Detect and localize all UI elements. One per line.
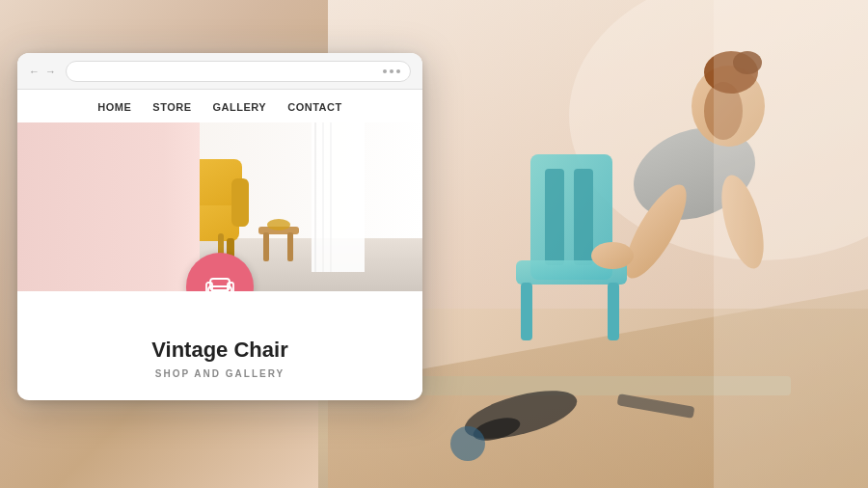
svg-rect-15: [521, 283, 532, 340]
nav-store[interactable]: STORE: [152, 101, 191, 113]
address-bar[interactable]: [66, 61, 411, 82]
svg-rect-46: [263, 232, 269, 261]
svg-rect-24: [17, 122, 176, 258]
nav-contact[interactable]: CONTACT: [287, 101, 341, 113]
svg-rect-16: [608, 283, 619, 340]
forward-button[interactable]: →: [45, 66, 56, 77]
address-bar-dots: [383, 69, 400, 73]
svg-point-48: [267, 219, 290, 230]
svg-rect-13: [574, 169, 593, 265]
shop-title: Vintage Chair: [37, 338, 403, 363]
svg-rect-36: [85, 227, 91, 256]
back-button[interactable]: ←: [29, 66, 40, 77]
svg-rect-43: [170, 233, 176, 260]
browser-navigation: ← →: [29, 66, 56, 77]
browser-chrome: ← →: [17, 53, 422, 90]
website-content: Vintage Chair SHOP AND GALLERY: [17, 291, 422, 398]
svg-rect-27: [312, 122, 365, 272]
svg-rect-33: [51, 231, 58, 258]
hero-image: [17, 122, 422, 291]
svg-rect-35: [54, 227, 60, 256]
svg-rect-41: [162, 238, 170, 262]
svg-rect-23: [714, 0, 868, 488]
svg-rect-40: [231, 178, 249, 227]
nav-home[interactable]: HOME: [97, 101, 131, 113]
svg-rect-38: [154, 159, 242, 205]
svg-point-22: [450, 426, 485, 461]
browser-window: ← → HOME STORE GALLERY CONTACT: [17, 53, 422, 400]
svg-rect-28: [314, 122, 316, 272]
shop-subtitle: SHOP AND GALLERY: [37, 368, 403, 379]
svg-rect-29: [322, 122, 324, 272]
svg-rect-39: [148, 178, 165, 227]
svg-rect-30: [330, 122, 332, 272]
svg-rect-34: [88, 231, 95, 258]
dot-1: [383, 69, 387, 73]
svg-rect-31: [46, 200, 99, 233]
nav-gallery[interactable]: GALLERY: [213, 101, 267, 113]
svg-rect-47: [287, 232, 293, 261]
svg-rect-32: [46, 166, 99, 204]
svg-rect-54: [210, 279, 230, 290]
dot-2: [390, 69, 393, 73]
svg-rect-12: [545, 169, 564, 265]
svg-rect-50: [25, 217, 52, 221]
dot-3: [396, 69, 400, 73]
svg-point-17: [591, 242, 634, 269]
website-navigation: HOME STORE GALLERY CONTACT: [17, 90, 422, 122]
svg-rect-49: [25, 217, 52, 244]
